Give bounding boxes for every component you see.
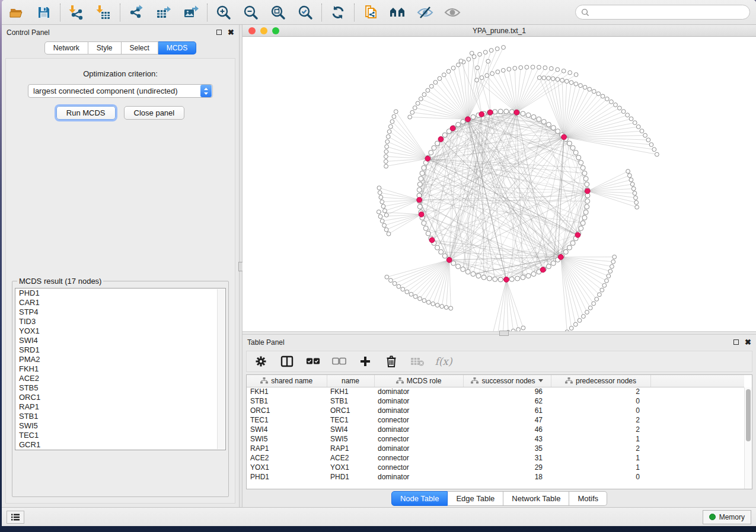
graph-node[interactable]: [607, 274, 611, 278]
mcds-result-item[interactable]: SRD1: [15, 345, 225, 355]
horizontal-splitter[interactable]: [243, 331, 756, 335]
graph-node[interactable]: [397, 284, 401, 289]
graph-node[interactable]: [495, 47, 499, 51]
table-row[interactable]: ORC1ORC1dominator610: [247, 406, 744, 415]
graph-node[interactable]: [504, 277, 509, 283]
tab-mcds[interactable]: MCDS: [158, 41, 196, 55]
new-network-from-selection-icon[interactable]: [362, 4, 379, 21]
tab-style[interactable]: Style: [88, 41, 122, 55]
graph-node[interactable]: [416, 101, 420, 105]
graph-node[interactable]: [426, 88, 430, 92]
zoom-fit-icon[interactable]: [269, 4, 287, 21]
graph-node[interactable]: [521, 275, 525, 280]
graph-node[interactable]: [493, 277, 497, 281]
open-file-icon[interactable]: [8, 4, 25, 21]
graph-node[interactable]: [444, 305, 448, 309]
graph-node[interactable]: [476, 274, 481, 278]
graph-node[interactable]: [551, 76, 555, 81]
graph-node[interactable]: [435, 141, 440, 146]
graph-node[interactable]: [562, 134, 567, 140]
graph-node[interactable]: [471, 114, 476, 119]
graph-node[interactable]: [425, 156, 430, 161]
graph-node[interactable]: [459, 59, 463, 63]
graph-node[interactable]: [631, 187, 636, 191]
graph-node[interactable]: [605, 278, 609, 283]
graph-node[interactable]: [537, 117, 541, 121]
search-field[interactable]: [575, 5, 750, 20]
graph-node[interactable]: [379, 196, 383, 200]
graph-node[interactable]: [489, 49, 493, 53]
graph-node[interactable]: [387, 130, 391, 134]
graph-node[interactable]: [551, 261, 556, 265]
tab-network-table[interactable]: Network Table: [503, 491, 569, 506]
graph-node[interactable]: [509, 277, 514, 281]
graph-node[interactable]: [537, 76, 541, 80]
graph-node[interactable]: [431, 302, 435, 306]
graph-node[interactable]: [514, 110, 519, 115]
deselect-all-icon[interactable]: [332, 354, 346, 368]
graph-node[interactable]: [537, 65, 541, 69]
graph-node[interactable]: [580, 221, 585, 226]
graph-node[interactable]: [585, 310, 589, 315]
graph-node[interactable]: [433, 81, 438, 85]
graph-node[interactable]: [540, 267, 546, 273]
graph-node[interactable]: [570, 146, 575, 150]
graph-node[interactable]: [583, 210, 588, 214]
graph-node[interactable]: [519, 66, 523, 70]
graph-node[interactable]: [442, 133, 447, 137]
graph-node[interactable]: [480, 76, 484, 80]
graph-node[interactable]: [429, 84, 433, 88]
graph-node[interactable]: [583, 85, 587, 89]
graph-node[interactable]: [507, 67, 511, 71]
graph-node[interactable]: [592, 89, 596, 94]
graph-node[interactable]: [573, 322, 578, 326]
graph-node[interactable]: [502, 46, 506, 50]
graph-node[interactable]: [388, 124, 393, 129]
graph-node[interactable]: [610, 100, 614, 104]
table-row[interactable]: YOX1YOX1connector291: [247, 463, 744, 472]
graph-node[interactable]: [583, 177, 588, 181]
graph-node[interactable]: [563, 249, 568, 254]
graph-node[interactable]: [490, 72, 495, 76]
graph-node[interactable]: [377, 210, 381, 214]
criterion-select[interactable]: largest connected component (undirected): [28, 84, 213, 98]
graph-node[interactable]: [432, 146, 436, 150]
graph-node[interactable]: [438, 76, 442, 81]
graph-node[interactable]: [634, 196, 638, 200]
graph-node[interactable]: [621, 110, 626, 114]
graph-node[interactable]: [596, 92, 601, 96]
first-neighbors-icon[interactable]: [389, 4, 407, 21]
mcds-result-item[interactable]: YOX1: [15, 326, 225, 336]
table-options-gear-icon[interactable]: [254, 354, 268, 368]
graph-node[interactable]: [471, 272, 476, 277]
graph-node[interactable]: [476, 66, 480, 70]
graph-node[interactable]: [546, 122, 551, 127]
graph-node[interactable]: [521, 111, 525, 116]
graph-node[interactable]: [446, 257, 452, 262]
graph-node[interactable]: [640, 129, 644, 133]
graph-node[interactable]: [380, 219, 384, 223]
mcds-result-item[interactable]: PMA2: [15, 355, 225, 364]
export-network-icon[interactable]: [127, 4, 145, 21]
mcds-result-item[interactable]: SWI4: [15, 336, 225, 345]
graph-node[interactable]: [456, 63, 460, 67]
graph-node[interactable]: [442, 254, 447, 258]
graph-node[interactable]: [498, 277, 503, 282]
graph-node[interactable]: [549, 66, 553, 70]
graph-node[interactable]: [465, 270, 470, 274]
graph-node[interactable]: [592, 302, 596, 306]
graph-node[interactable]: [384, 159, 388, 164]
graph-node[interactable]: [451, 261, 456, 265]
mcds-result-item[interactable]: FKH1: [15, 364, 225, 374]
graph-node[interactable]: [585, 188, 590, 194]
graph-node[interactable]: [481, 275, 486, 280]
graph-node[interactable]: [498, 109, 503, 114]
add-column-icon[interactable]: [358, 354, 372, 368]
column-header-MCDS-role[interactable]: MCDS role: [374, 375, 463, 387]
graph-node[interactable]: [467, 57, 471, 62]
tab-edge-table[interactable]: Edge Table: [448, 491, 503, 506]
graph-node[interactable]: [567, 245, 572, 250]
graph-node[interactable]: [601, 94, 605, 98]
graph-node[interactable]: [551, 126, 556, 130]
graph-node[interactable]: [383, 209, 387, 213]
